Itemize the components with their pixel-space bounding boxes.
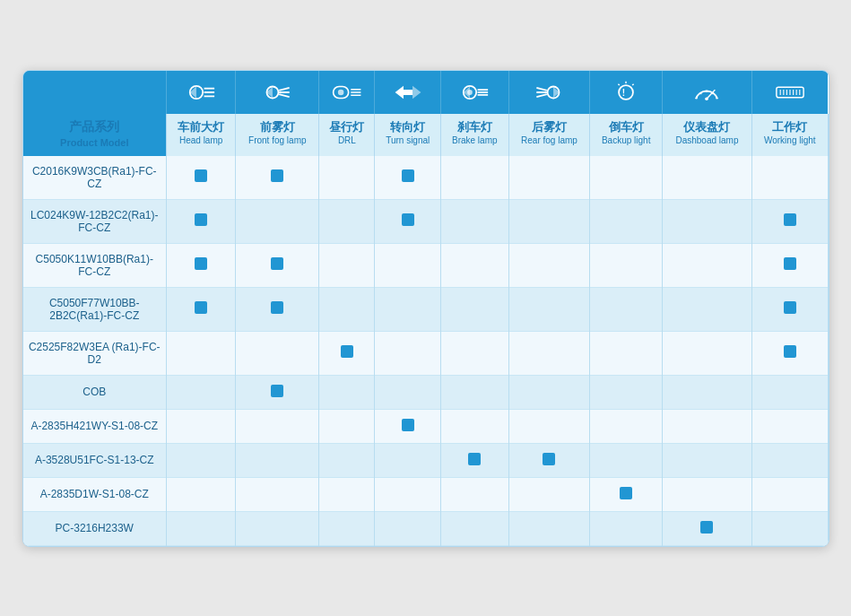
header-turn-icon bbox=[375, 71, 441, 114]
feature-cell bbox=[752, 199, 828, 243]
svg-point-30 bbox=[706, 97, 709, 100]
col-header-backup: 倒车灯 Backup light bbox=[590, 114, 662, 156]
feature-indicator bbox=[402, 419, 414, 431]
feature-cell bbox=[167, 287, 236, 331]
feature-cell bbox=[167, 199, 236, 243]
feature-cell bbox=[167, 409, 236, 443]
feature-cell bbox=[236, 375, 319, 409]
feature-cell bbox=[375, 375, 441, 409]
header-product-icon bbox=[23, 71, 167, 114]
icon-header-row: ! bbox=[23, 71, 829, 114]
feature-cell bbox=[590, 199, 662, 243]
feature-cell bbox=[375, 409, 441, 443]
feature-cell bbox=[508, 287, 590, 331]
feature-cell bbox=[508, 511, 590, 545]
svg-line-28 bbox=[619, 83, 620, 84]
col-en-product: Product Model bbox=[60, 137, 128, 148]
feature-indicator bbox=[271, 169, 283, 182]
feature-cell bbox=[752, 156, 828, 200]
feature-indicator bbox=[341, 345, 353, 358]
col-en-brake: Brake lamp bbox=[445, 135, 504, 145]
feature-cell bbox=[590, 331, 662, 375]
col-header-turn: 转向灯 Turn signal bbox=[375, 114, 441, 156]
feature-indicator bbox=[271, 301, 283, 314]
feature-cell bbox=[590, 243, 662, 287]
feature-cell bbox=[319, 156, 375, 200]
col-zh-backup: 倒车灯 bbox=[594, 119, 657, 135]
feature-cell bbox=[508, 243, 590, 287]
col-en-backup: Backup light bbox=[594, 135, 657, 145]
feature-cell bbox=[752, 375, 828, 409]
feature-cell bbox=[590, 477, 662, 511]
feature-cell bbox=[236, 287, 319, 331]
feature-cell bbox=[752, 243, 828, 287]
table-row: COB bbox=[23, 375, 829, 409]
col-zh-fogfront: 前雾灯 bbox=[239, 119, 315, 135]
feature-indicator bbox=[271, 257, 283, 270]
feature-cell bbox=[319, 409, 375, 443]
feature-cell bbox=[167, 443, 236, 477]
header-backup-icon: ! bbox=[590, 71, 662, 114]
feature-indicator bbox=[784, 257, 796, 270]
header-dash-icon bbox=[662, 71, 751, 114]
feature-cell bbox=[441, 443, 508, 477]
feature-cell bbox=[590, 511, 662, 545]
feature-indicator bbox=[468, 453, 481, 465]
table-row: C5050K11W10BB(Ra1)-FC-CZ bbox=[23, 243, 829, 287]
feature-cell bbox=[319, 199, 375, 243]
svg-line-5 bbox=[279, 87, 290, 90]
header-fogfront-icon bbox=[236, 71, 319, 114]
feature-cell bbox=[319, 287, 375, 331]
feature-cell bbox=[662, 477, 751, 511]
feature-indicator bbox=[195, 169, 207, 182]
svg-line-27 bbox=[632, 83, 633, 84]
feature-cell bbox=[167, 477, 236, 511]
feature-indicator bbox=[195, 257, 207, 270]
feature-cell bbox=[662, 511, 751, 545]
feature-cell bbox=[590, 287, 662, 331]
feature-cell bbox=[590, 375, 662, 409]
header-drl-icon bbox=[319, 71, 375, 114]
feature-cell bbox=[441, 477, 508, 511]
col-header-product: 产品系列 Product Model bbox=[23, 114, 167, 156]
feature-cell bbox=[319, 375, 375, 409]
col-en-turn: Turn signal bbox=[378, 135, 437, 145]
header-rearfog-icon bbox=[508, 71, 590, 114]
feature-indicator bbox=[700, 521, 713, 534]
feature-indicator bbox=[543, 453, 555, 465]
header-brake-icon bbox=[441, 71, 508, 114]
feature-cell bbox=[319, 511, 375, 545]
feature-indicator bbox=[784, 213, 796, 226]
feature-cell bbox=[167, 331, 236, 375]
feature-cell bbox=[375, 477, 441, 511]
model-name: A-2835D1W-S1-08-CZ bbox=[23, 477, 167, 511]
feature-cell bbox=[236, 409, 319, 443]
feature-cell bbox=[752, 409, 828, 443]
col-header-dash: 仪表盘灯 Dashboad lamp bbox=[662, 114, 751, 156]
col-zh-product: 产品系列 bbox=[69, 119, 119, 134]
feature-indicator bbox=[402, 169, 414, 182]
feature-cell bbox=[441, 287, 508, 331]
feature-cell bbox=[590, 156, 662, 200]
table-row: C2016K9W3CB(Ra1)-FC-CZ bbox=[23, 156, 829, 200]
model-name: C2525F82W3EA (Ra1)-FC-D2 bbox=[23, 331, 167, 375]
feature-indicator bbox=[195, 301, 207, 314]
feature-cell bbox=[441, 243, 508, 287]
feature-cell bbox=[752, 511, 828, 545]
svg-line-7 bbox=[279, 94, 290, 97]
col-en-work: Working light bbox=[756, 135, 823, 145]
col-header-drl: 昼行灯 DRL bbox=[319, 114, 375, 156]
col-header-headlamp: 车前大灯 Head lamp bbox=[167, 114, 236, 156]
feature-cell bbox=[167, 243, 236, 287]
feature-cell bbox=[508, 156, 590, 200]
feature-indicator bbox=[784, 345, 796, 358]
feature-cell bbox=[375, 199, 441, 243]
column-label-row: 产品系列 Product Model 车前大灯 Head lamp 前雾灯 Fr… bbox=[23, 114, 829, 156]
model-name: C5050K11W10BB(Ra1)-FC-CZ bbox=[23, 243, 167, 287]
feature-cell bbox=[441, 511, 508, 545]
feature-cell bbox=[662, 331, 751, 375]
col-zh-brake: 刹车灯 bbox=[445, 119, 504, 135]
model-name: PC-3216H233W bbox=[23, 511, 167, 545]
feature-cell bbox=[236, 199, 319, 243]
table-row: A-3528U51FC-S1-13-CZ bbox=[23, 443, 829, 477]
